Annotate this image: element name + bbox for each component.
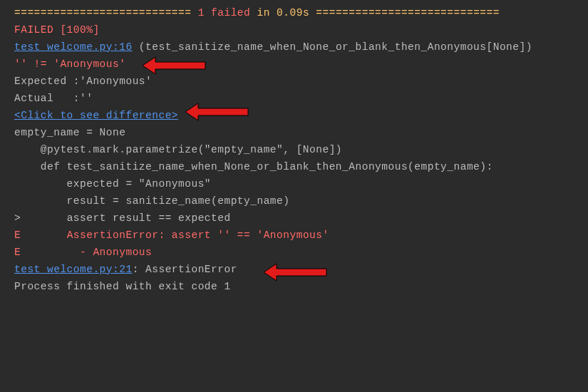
file-loc-2-suffix: : AssertionError xyxy=(133,264,237,275)
empty-name-line: empty_name = None xyxy=(14,124,574,141)
exit-line: Process finished with exit code 1 xyxy=(14,278,574,295)
assert-line: > assert result == expected xyxy=(14,210,574,227)
summary-prefix: =========================== xyxy=(14,7,198,19)
assert-prefix: > xyxy=(14,212,67,224)
error-line-1: E AssertionError: assert '' == 'Anonymou… xyxy=(14,227,574,244)
expected-assignment-line: expected = "Anonymous" xyxy=(14,175,574,192)
file-location-line: test_welcome.py:16 (test_sanitize_name_w… xyxy=(14,38,574,56)
summary-line: =========================== 1 failed in … xyxy=(14,4,574,21)
def-line: def test_sanitize_name_when_None_or_blan… xyxy=(14,158,574,175)
err-prefix-1: E xyxy=(14,229,67,241)
diff-line: '' != 'Anonymous' xyxy=(14,56,574,73)
err-text-2: - Anonymous xyxy=(80,247,152,258)
summary-suffix: ============================ xyxy=(309,7,500,19)
actual-line: Actual :'' xyxy=(14,90,574,107)
err-text-1: AssertionError: assert '' == 'Anonymous' xyxy=(67,229,329,241)
assert-text: assert result == expected xyxy=(67,212,231,224)
file-link-1[interactable]: test_welcome.py:16 xyxy=(14,41,133,53)
click-diff-link[interactable]: <Click to see difference> xyxy=(14,110,178,121)
summary-fail: 1 failed xyxy=(198,7,251,19)
test-name: (test_sanitize_name_when_None_or_blank_t… xyxy=(133,41,532,53)
decorator-line: @pytest.mark.parametrize("empty_name", [… xyxy=(14,141,574,158)
failed-pct-line: FAILED [100%] xyxy=(14,21,574,38)
error-line-2: E - Anonymous xyxy=(14,244,574,261)
expected-line: Expected :'Anonymous' xyxy=(14,73,574,90)
click-diff-line: <Click to see difference> xyxy=(14,107,574,124)
result-assignment-line: result = sanitize_name(empty_name) xyxy=(14,192,574,210)
summary-mid: in 0.09s xyxy=(250,7,309,19)
err-prefix-2: E xyxy=(14,247,80,258)
file-link-2[interactable]: test_welcome.py:21 xyxy=(14,264,133,275)
file-location-line-2: test_welcome.py:21: AssertionError xyxy=(14,261,574,278)
